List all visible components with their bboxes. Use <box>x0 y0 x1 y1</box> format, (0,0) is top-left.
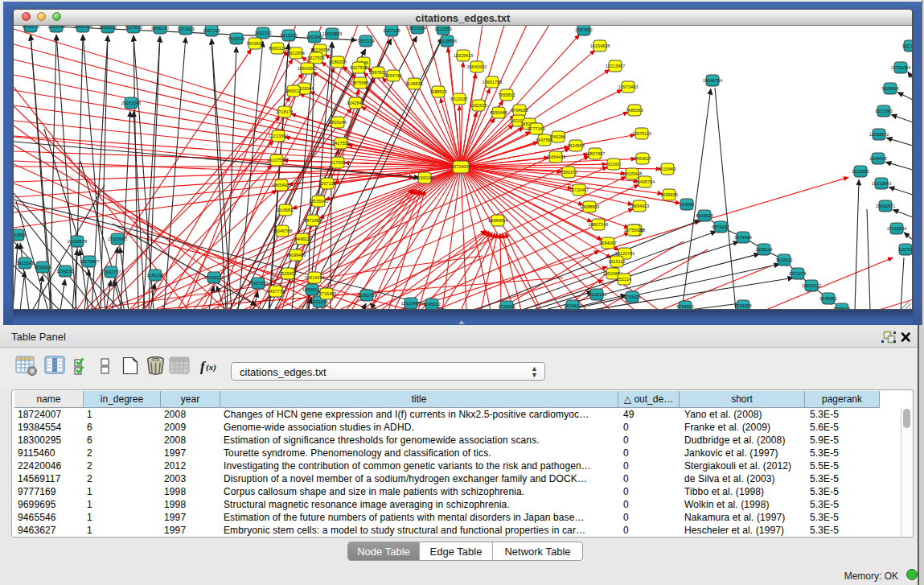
svg-text:(x): (x) <box>206 362 216 373</box>
